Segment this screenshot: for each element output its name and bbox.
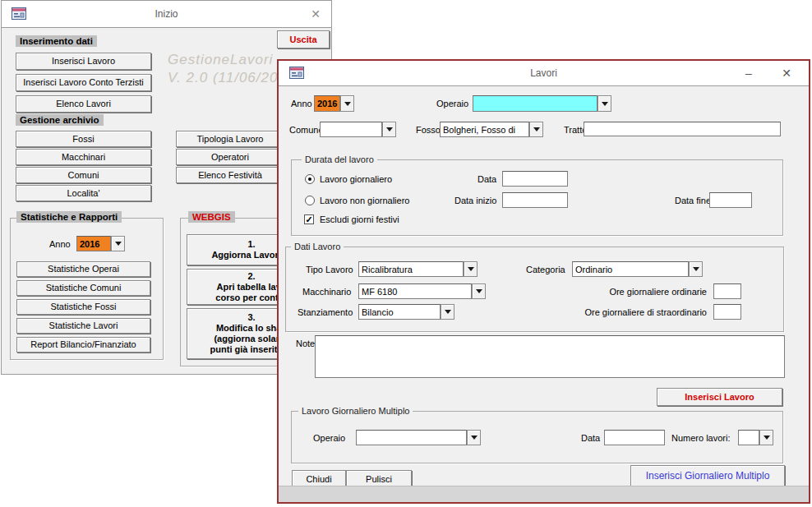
localita-button[interactable]: Localita' [16,185,151,201]
categoria-value[interactable]: Ordinario [572,261,689,277]
statistiche-comuni-button[interactable]: Statistiche Comuni [16,280,150,296]
lavoro-giornaliero-multiplo-group: Lavoro Giornaliero Multiplo Operaio Data… [291,411,783,463]
minimize-icon[interactable]: – [736,61,761,85]
stanziamento-value[interactable]: Bilancio [358,304,441,320]
chevron-down-icon[interactable] [597,95,611,112]
inserisci-lavoro-button[interactable]: Inserisci Lavoro [657,388,782,406]
multiplo-data-label: Data [581,433,600,443]
chevron-down-icon[interactable] [529,122,543,137]
anno-select-value[interactable]: 2016 [314,95,340,112]
dati-lavoro-group: Dati Lavoro Tipo Lavoro Ricalibratura Ca… [285,247,784,332]
statistiche-operai-button[interactable]: Statistiche Operai [16,261,150,277]
macchinario-label: Macchinario [302,287,351,297]
macchinario-combobox[interactable]: MF 6180 [358,283,486,299]
numero-lavori-value[interactable] [738,430,759,445]
multiplo-data-input[interactable] [604,430,665,445]
multiplo-operaio-combobox[interactable] [356,430,481,445]
numero-lavori-label: Numero lavori: [671,433,731,443]
numero-lavori-combobox[interactable] [738,430,773,445]
chevron-down-icon[interactable] [111,236,125,251]
elenco-festivita-button[interactable]: Elenco Festività [176,167,284,183]
lavoro-giornaliero-label: Lavoro giornaliero [320,174,392,184]
fosso-select-value[interactable]: Bolgheri, Fosso di [440,122,529,137]
chevron-down-icon[interactable] [472,283,486,299]
escludi-giorni-festivi-label: Escludi giorni festivi [320,214,399,224]
stanziamento-combobox[interactable]: Bilancio [358,304,454,320]
tipo-lavoro-combobox[interactable]: Ricalibratura [358,261,478,277]
multiplo-operaio-value[interactable] [356,430,467,445]
operaio-select-value[interactable] [473,95,597,112]
inizio-window-title: Inizio [2,8,331,20]
lavori-titlebar[interactable]: Lavori – ✕ [279,61,809,86]
chevron-down-icon[interactable] [441,304,454,320]
status-bar [279,486,809,502]
durata-group: Durata del lavoro Lavoro giornaliero Dat… [291,159,783,236]
elenco-lavori-button[interactable]: Elenco Lavori [16,95,151,113]
fosso-combobox[interactable]: Bolgheri, Fosso di [440,122,543,137]
uscita-button[interactable]: Uscita [277,30,330,48]
anno-label: Anno [291,99,312,108]
anno-combobox[interactable]: 2016 [314,95,354,112]
chevron-down-icon[interactable] [467,430,481,445]
tratto-input[interactable] [584,122,781,136]
multiplo-operaio-label: Operaio [313,433,345,443]
radio-lavoro-giornaliero[interactable] [305,174,315,184]
data-fine-input[interactable] [709,192,752,208]
tipo-lavoro-label: Tipo Lavoro [306,265,353,274]
operaio-combobox[interactable] [473,95,611,112]
inserisci-lavoro-conto-terzisti-button[interactable]: Inserisci Lavoro Conto Terzisti [16,74,151,91]
chevron-down-icon[interactable] [340,95,354,112]
radio-lavoro-non-giornaliero[interactable] [305,196,315,205]
lavori-window: Lavori – ✕ Anno 2016 Operaio Comune Foss… [277,59,810,504]
escludi-giorni-festivi-checkbox[interactable]: ✓ [304,214,314,224]
app-watermark-line2: V. 2.0 (11/06/20 [168,70,278,86]
inserisci-lavoro-button[interactable]: Inserisci Lavoro [16,53,151,70]
anno-label: Anno [49,239,71,249]
ore-straordinario-input[interactable] [713,304,741,320]
statistiche-rapporti-label: Statistiche e Rapporti [16,211,122,223]
operaio-label: Operaio [436,99,468,108]
durata-legend: Durata del lavoro [302,154,377,164]
data-input[interactable] [502,171,568,187]
inserisci-giornaliero-multiplo-button[interactable]: Inserisci Giornaliero Multiplo [630,465,785,486]
anno-select-value[interactable]: 2016 [76,236,111,251]
statistiche-fossi-button[interactable]: Statistiche Fossi [16,299,150,315]
close-icon[interactable]: ✕ [303,1,328,27]
statistiche-lavori-button[interactable]: Statistiche Lavori [16,318,150,334]
ore-giornaliere-ordinarie-label: Ore giornaliere ordinarie [557,287,707,297]
ore-giornaliere-straordinario-label: Ore giornaliere di straordinario [524,307,707,317]
stanziamento-label: Stanziamento [298,307,353,317]
app-watermark-line1: GestioneLavori [168,52,273,68]
close-icon[interactable]: ✕ [774,61,799,85]
report-bilancio-finanziato-button[interactable]: Report Bilancio/Finanziato [16,337,150,353]
note-textarea[interactable] [315,335,785,378]
tipo-lavoro-value[interactable]: Ricalibratura [358,261,464,277]
data-label: Data [478,174,496,184]
categoria-combobox[interactable]: Ordinario [572,261,703,277]
inizio-titlebar[interactable]: Inizio ✕ [2,1,331,28]
categoria-label: Categoria [526,265,565,274]
lavori-window-title: Lavori [279,67,809,79]
anno-combobox[interactable]: 2016 [76,236,125,251]
ore-ordinarie-input[interactable] [713,283,741,299]
tipologia-lavoro-button[interactable]: Tipologia Lavoro [176,131,284,147]
chevron-down-icon[interactable] [464,261,478,277]
data-inizio-input[interactable] [502,192,568,208]
fossi-button[interactable]: Fossi [16,131,151,147]
comuni-button[interactable]: Comuni [16,167,151,183]
gestione-archivio-label: Gestione archivio [16,114,104,126]
chevron-down-icon[interactable] [382,122,396,137]
comune-label: Comune [289,125,324,135]
macchinario-value[interactable]: MF 6180 [358,283,472,299]
operatori-button[interactable]: Operatori [176,149,284,165]
desktop: Inizio ✕ Inserimento dati Inserisci Lavo… [0,0,812,507]
lavoro-non-giornaliero-label: Lavoro non giornaliero [320,196,409,205]
note-label: Note [296,339,315,348]
chevron-down-icon[interactable] [689,261,703,277]
comune-combobox[interactable] [320,122,396,137]
inserimento-dati-label: Inserimento dati [16,35,97,47]
chevron-down-icon[interactable] [759,430,773,445]
dati-lavoro-legend: Dati Lavoro [291,242,344,251]
macchinari-button[interactable]: Macchinari [16,149,151,165]
comune-select-value[interactable] [320,122,382,137]
